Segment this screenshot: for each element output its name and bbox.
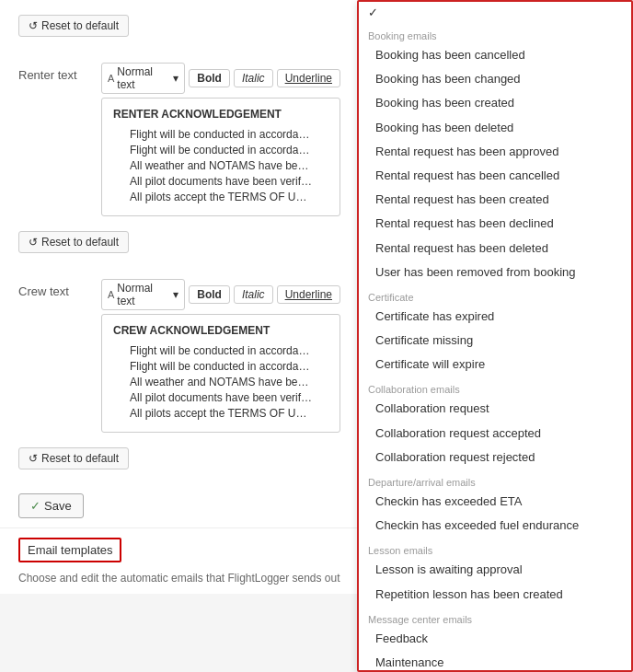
dropdown-item[interactable]: Maintenance xyxy=(359,651,631,672)
dropdown-item[interactable]: Booking has been deleted xyxy=(359,116,631,140)
dropdown-item[interactable]: Rental request has been deleted xyxy=(359,237,631,261)
renter-italic-btn[interactable]: Italic xyxy=(234,69,273,87)
dropdown-item[interactable]: Feedback xyxy=(359,627,631,651)
renter-underline-btn[interactable]: Underline xyxy=(277,69,340,87)
list-item: Flight will be conducted in accordance w… xyxy=(130,144,314,156)
save-check-icon: ✓ xyxy=(30,499,40,513)
crew-editor-title: CREW ACKNOWLEDGEMENT xyxy=(113,324,328,337)
crew-bold-btn[interactable]: Bold xyxy=(189,285,230,304)
save-label: Save xyxy=(44,499,72,513)
crew-text-label: Crew text xyxy=(18,279,92,298)
dropdown-item[interactable]: Collaboration request rejected xyxy=(359,446,631,469)
dropdown-category: Lesson emails xyxy=(359,541,631,558)
list-item: All pilots accept the TERMS OF USE polic… xyxy=(130,407,314,420)
email-templates-label[interactable]: Email templates xyxy=(18,538,121,562)
crew-editor-list: Flight will be conducted in accordance w… xyxy=(113,344,328,420)
crew-italic-btn[interactable]: Italic xyxy=(234,285,273,304)
crew-text-section: Crew text A Normal text ▾ Bold Italic Un… xyxy=(18,279,340,433)
renter-editor-container: A Normal text ▾ Bold Italic Underline RE… xyxy=(101,63,340,216)
renter-editor-box[interactable]: RENTER ACKNOWLEDGEMENT Flight will be co… xyxy=(101,98,340,216)
dropdown-item[interactable]: Booking has been cancelled xyxy=(359,43,631,67)
renter-text-label: Renter text xyxy=(18,63,92,82)
renter-format-select[interactable]: A Normal text ▾ xyxy=(101,63,185,94)
list-item: All pilots accept the TERMS OF USE polic… xyxy=(130,191,314,203)
reset-label-bottom: Reset to default xyxy=(41,452,119,465)
dropdown-category: Collaboration emails xyxy=(359,380,631,397)
dropdown-item[interactable]: Booking has been changed xyxy=(359,67,631,91)
dropdown-category: Message center emails xyxy=(359,610,631,627)
reset-button-middle[interactable]: ↺ Reset to default xyxy=(18,231,129,253)
crew-format-chevron: ▾ xyxy=(173,288,178,301)
reset-label-middle: Reset to default xyxy=(41,236,119,249)
dropdown-item[interactable]: Rental request has been cancelled xyxy=(359,164,631,188)
renter-text-section: Renter text A Normal text ▾ Bold Italic … xyxy=(18,63,340,216)
dropdown-item[interactable]: Checkin has exceeded ETA xyxy=(359,490,631,514)
dropdown-item[interactable]: Rental request has been approved xyxy=(359,140,631,164)
crew-editor-container: A Normal text ▾ Bold Italic Underline CR… xyxy=(101,279,340,433)
list-item: All pilot documents have been verified a… xyxy=(130,391,314,404)
renter-format-label: Normal text xyxy=(117,65,170,91)
reset-icon: ↺ xyxy=(29,19,38,32)
format-icon-crew: A xyxy=(108,289,114,300)
dropdown-item[interactable]: Certificate will expire xyxy=(359,353,631,377)
list-item: Flight will be conducted in accordance w… xyxy=(130,360,314,373)
dropdown-category: Certificate xyxy=(359,288,631,305)
dropdown-item[interactable]: Certificate has expired xyxy=(359,305,631,329)
list-item: Flight will be conducted in accordance w… xyxy=(130,344,314,357)
reset-button-bottom[interactable]: ↺ Reset to default xyxy=(18,447,129,469)
list-item: All weather and NOTAMS have been thoroug… xyxy=(130,376,314,388)
reset-icon-middle: ↺ xyxy=(29,236,38,249)
crew-toolbar: A Normal text ▾ Bold Italic Underline xyxy=(101,279,340,310)
list-item: Flight will be conducted in accordance w… xyxy=(130,128,314,141)
dropdown-item[interactable]: Rental request has been created xyxy=(359,188,631,212)
crew-format-label: Normal text xyxy=(117,282,170,307)
dropdown-check: ✓ xyxy=(359,2,631,23)
renter-editor-list: Flight will be conducted in accordance w… xyxy=(113,128,328,203)
list-item: All pilot documents have been verified a… xyxy=(130,175,314,188)
dropdown-item[interactable]: Checkin has exceeded fuel endurance xyxy=(359,514,631,538)
dropdown-overlay[interactable]: ✓ Booking emailsBooking has been cancell… xyxy=(357,0,633,672)
dropdown-item[interactable]: Booking has been created xyxy=(359,91,631,115)
renter-format-chevron: ▾ xyxy=(173,72,178,85)
crew-editor-box[interactable]: CREW ACKNOWLEDGEMENT Flight will be cond… xyxy=(101,314,340,433)
dropdown-item[interactable]: User has been removed from booking xyxy=(359,261,631,284)
save-button[interactable]: ✓ Save xyxy=(18,493,84,518)
dropdown-item[interactable]: Lesson is awaiting approval xyxy=(359,558,631,582)
renter-editor-title: RENTER ACKNOWLEDGEMENT xyxy=(113,108,328,121)
reset-button-top[interactable]: ↺ Reset to default xyxy=(18,15,129,37)
dropdown-category: Booking emails xyxy=(359,27,631,43)
reset-label-top: Reset to default xyxy=(41,19,119,32)
dropdown-item[interactable]: Rental request has been declined xyxy=(359,212,631,236)
reset-icon-bottom: ↺ xyxy=(29,452,38,465)
format-icon: A xyxy=(108,73,114,84)
renter-bold-btn[interactable]: Bold xyxy=(189,69,230,87)
list-item: All weather and NOTAMS have been thoroug… xyxy=(130,159,314,172)
crew-underline-btn[interactable]: Underline xyxy=(277,285,340,304)
dropdown-item[interactable]: Repetition lesson has been created xyxy=(359,583,631,607)
dropdown-item[interactable]: Collaboration request xyxy=(359,397,631,421)
dropdown-category: Departure/arrival emails xyxy=(359,473,631,490)
crew-format-select[interactable]: A Normal text ▾ xyxy=(101,279,185,310)
renter-toolbar: A Normal text ▾ Bold Italic Underline xyxy=(101,63,340,94)
dropdown-item[interactable]: Certificate missing xyxy=(359,329,631,353)
dropdown-item[interactable]: Collaboration request accepted xyxy=(359,422,631,446)
